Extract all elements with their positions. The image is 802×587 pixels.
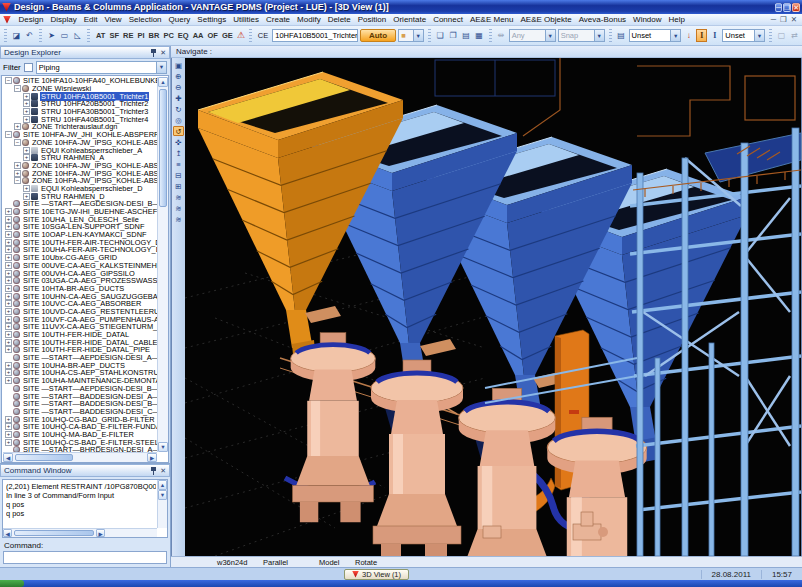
expand-icon[interactable]: +	[5, 346, 12, 353]
toolbar-grip[interactable]	[428, 29, 431, 42]
toolbar-grip[interactable]	[249, 29, 252, 42]
menu-view[interactable]: View	[101, 15, 125, 24]
highlight-colour-combobox[interactable]: ■ ▼	[398, 29, 423, 42]
expand-icon[interactable]: +	[5, 239, 12, 246]
3d-scene[interactable]	[185, 58, 801, 556]
scroll-right-icon[interactable]: ▶	[96, 529, 105, 537]
menu-edit[interactable]: Edit	[80, 15, 101, 24]
expand-icon[interactable]: +	[5, 339, 12, 346]
view-tab-3d[interactable]: 3D View (1)	[344, 569, 409, 580]
collapse-icon[interactable]: −	[14, 85, 21, 92]
scroll-up-icon[interactable]: ▲	[158, 480, 167, 490]
open-icon[interactable]: ◪	[11, 29, 22, 42]
expand-icon[interactable]: +	[5, 300, 12, 307]
command-output[interactable]: (2,201) Element RESTRAINT /10PG870BQ002/…	[6, 482, 156, 528]
toolbar-grip[interactable]	[39, 29, 42, 42]
scroll-down-icon[interactable]: ▼	[158, 442, 168, 452]
modify-icon[interactable]: ▭	[59, 29, 70, 42]
tree-horizontal-scrollbar[interactable]: ◀ ▶	[3, 452, 157, 462]
menu-selection[interactable]: Selection	[125, 15, 165, 24]
cursor-icon[interactable]: ➤	[46, 29, 57, 42]
menu-ae-e-objekte[interactable]: AE&E Objekte	[517, 15, 575, 24]
zoom-in-icon[interactable]: ⊕	[173, 71, 184, 81]
command-input[interactable]	[3, 551, 167, 564]
output-horizontal-scrollbar[interactable]: ◀ ▶	[3, 528, 157, 537]
mdi-minimize-button[interactable]: ─	[771, 15, 776, 24]
expand-icon[interactable]: +	[23, 154, 30, 161]
expand-icon[interactable]: +	[5, 377, 12, 384]
chevron-down-icon[interactable]: ▼	[156, 62, 166, 73]
type-button-ge[interactable]: GE	[222, 31, 233, 40]
view-window-icon-1[interactable]: ❏	[435, 29, 446, 42]
expand-icon[interactable]: +	[5, 369, 12, 376]
measure-icon[interactable]: ◺	[72, 29, 83, 42]
graphics-any-combobox[interactable]: Any ▼	[509, 29, 556, 42]
look-around-icon[interactable]: ◎	[173, 115, 184, 125]
expand-icon[interactable]: +	[5, 270, 12, 277]
expand-icon[interactable]: +	[5, 277, 12, 284]
expand-icon[interactable]: +	[5, 362, 12, 369]
expand-icon[interactable]: +	[5, 208, 12, 215]
design-explorer-header[interactable]: Design Explorer ✕	[0, 46, 170, 59]
title-bar[interactable]: Design - Beams & Columns Application - V…	[0, 0, 802, 14]
insert-down-icon[interactable]: ↓	[683, 29, 694, 42]
toolbar-grip[interactable]	[769, 29, 772, 42]
collapse-icon[interactable]: −	[14, 177, 21, 184]
profile-ibeam-icon[interactable]: I	[696, 29, 707, 42]
expand-icon[interactable]: +	[5, 223, 12, 230]
link-icon[interactable]: ⇹	[496, 29, 507, 42]
rotate-mode-icon[interactable]: ↺	[173, 126, 184, 136]
close-button[interactable]: ✕	[792, 3, 800, 12]
expand-icon[interactable]: +	[5, 416, 12, 423]
expand-icon[interactable]: +	[14, 170, 21, 177]
scrollbar-thumb[interactable]	[159, 89, 167, 207]
chevron-down-icon[interactable]: ▼	[670, 30, 680, 41]
type-button-sf[interactable]: SF	[109, 31, 119, 40]
mdi-close-button[interactable]: ✕	[791, 15, 797, 24]
toolbar-grip[interactable]	[489, 29, 492, 42]
menu-settings[interactable]: Settings	[194, 15, 230, 24]
tree-vertical-scrollbar[interactable]: ▲ ▼	[157, 77, 168, 452]
menu-window[interactable]: Window	[630, 15, 665, 24]
collapse-icon[interactable]: −	[5, 77, 12, 84]
toolbar-grip[interactable]	[4, 29, 7, 42]
scrollbar-thumb[interactable]	[14, 530, 94, 536]
view-limits-icon[interactable]: ▣	[173, 60, 184, 70]
toolbar-grip[interactable]	[609, 29, 612, 42]
restore-button[interactable]: ❐	[783, 3, 791, 12]
toolbar-grip[interactable]	[87, 29, 90, 42]
auto-button[interactable]: Auto	[360, 29, 396, 42]
type-button-at[interactable]: AT	[96, 31, 105, 40]
section-ibeam-icon[interactable]: I	[709, 29, 720, 42]
close-icon[interactable]: ✕	[160, 49, 166, 57]
scrollbar-thumb[interactable]	[15, 454, 73, 461]
expand-icon[interactable]: +	[23, 93, 30, 100]
command-window-header[interactable]: Command Window ✕	[0, 464, 170, 477]
pin-icon[interactable]	[150, 49, 157, 57]
current-element-combobox[interactable]: 10HFA10B5001_Trichter1 ▼	[272, 29, 358, 42]
type-button-of[interactable]: OF	[208, 31, 218, 40]
zoom-window-icon[interactable]: ⊞	[173, 181, 184, 191]
coal-mill-1[interactable]	[291, 333, 376, 523]
menu-connect[interactable]: Connect	[430, 15, 467, 24]
menu-position[interactable]: Position	[354, 15, 389, 24]
scroll-left-icon[interactable]: ◀	[3, 529, 12, 537]
tree-node-label[interactable]: SITE —START—BHRDESIGN-DESI_A—————	[22, 445, 157, 452]
expand-icon[interactable]: +	[5, 254, 12, 261]
expand-icon[interactable]: +	[5, 331, 12, 338]
chevron-down-icon[interactable]: ▼	[413, 30, 423, 41]
chevron-down-icon[interactable]: ▼	[594, 30, 604, 41]
scroll-up-icon[interactable]: ▲	[158, 77, 168, 87]
expand-icon[interactable]: +	[5, 216, 12, 223]
chevron-down-icon[interactable]: ▼	[545, 30, 555, 41]
warning-icon[interactable]: ⚠	[237, 31, 245, 40]
undo-icon[interactable]: ↶	[24, 29, 35, 42]
menu-design[interactable]: Design	[15, 15, 47, 24]
default-spec-combobox[interactable]: Unset ▼	[629, 29, 682, 42]
collapse-icon[interactable]: −	[14, 139, 21, 146]
swap-icon[interactable]: ⇄	[789, 29, 800, 42]
profile-spec-combobox[interactable]: Unset ▼	[722, 29, 765, 42]
expand-icon[interactable]: +	[5, 231, 12, 238]
expand-icon[interactable]: +	[5, 323, 12, 330]
menu-modify[interactable]: Modify	[294, 15, 325, 24]
